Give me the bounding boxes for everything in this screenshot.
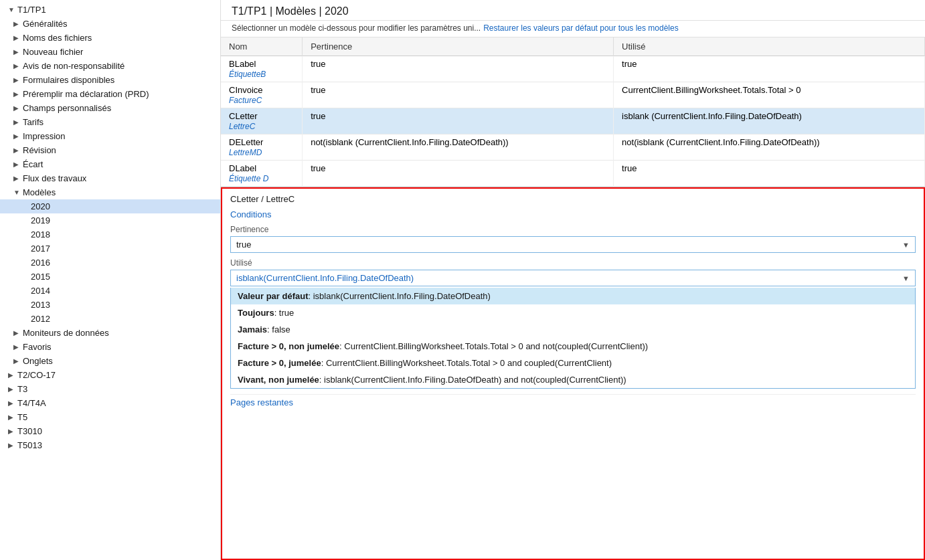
sidebar-label-16: 2017 — [31, 244, 50, 254]
sidebar-label-15: 2018 — [31, 229, 50, 240]
main-content: T1/TP1 | Modèles | 2020 Sélectionner un … — [221, 0, 925, 560]
cell-utilise-0: true — [614, 56, 925, 82]
sidebar-item-12[interactable]: ▼Modèles — [0, 185, 220, 199]
sidebar-item-28[interactable]: ▶T5 — [0, 410, 220, 424]
cell-utilise-4: true — [614, 161, 925, 187]
pertinence-value: true — [236, 240, 251, 250]
cell-pertinence-4: true — [303, 161, 614, 187]
sidebar-label-27: T4/T4A — [17, 398, 46, 408]
sidebar-arrow-28: ▶ — [8, 413, 15, 421]
sidebar-label-13: 2020 — [31, 201, 50, 211]
sidebar-item-24[interactable]: ▶Onglets — [0, 354, 220, 368]
sidebar-label-9: Révision — [23, 145, 56, 155]
cell-name-0: BLabelÉtiquetteB — [221, 56, 303, 82]
sidebar-label-22: Moniteurs de données — [23, 328, 109, 338]
sidebar-root[interactable]: ▼ T1/TP1 — [0, 3, 220, 17]
sidebar-label-3: Avis de non-responsabilité — [23, 61, 124, 71]
dropdown-option-0[interactable]: Valeur par défaut: isblank(CurrentClient… — [231, 288, 915, 304]
sidebar-item-23[interactable]: ▶Favoris — [0, 340, 220, 354]
sidebar-label-26: T3 — [17, 384, 27, 394]
table-row-2[interactable]: CLetterLettreCtrueisblank (CurrentClient… — [221, 108, 925, 134]
subtitle-bar: Sélectionner un modèle ci-dessous pour m… — [221, 21, 925, 37]
sidebar-item-27[interactable]: ▶T4/T4A — [0, 396, 220, 410]
pertinence-chevron-icon: ▼ — [902, 241, 910, 249]
sidebar-arrow-26: ▶ — [8, 385, 15, 393]
sidebar-item-1[interactable]: ▶Noms des fichiers — [0, 31, 220, 45]
dropdown-option-4[interactable]: Facture > 0, jumelée: CurrentClient.Bill… — [231, 355, 915, 371]
restore-defaults-link[interactable]: Restaurer les valeurs par défaut pour to… — [483, 23, 679, 33]
table-row-1[interactable]: CInvoiceFactureCtrueCurrentClient.Billin… — [221, 82, 925, 108]
pertinence-dropdown[interactable]: true ▼ — [230, 236, 916, 253]
col-pertinence: Pertinence — [303, 37, 614, 56]
sidebar-item-5[interactable]: ▶Préremplir ma déclaration (PRD) — [0, 87, 220, 101]
sidebar-item-2[interactable]: ▶Nouveau fichier — [0, 45, 220, 59]
sidebar-item-30[interactable]: ▶T5013 — [0, 438, 220, 452]
dropdown-option-5[interactable]: Vivant, non jumelée: isblank(CurrentClie… — [231, 371, 915, 388]
sidebar-item-16[interactable]: 2017 — [0, 242, 220, 256]
sidebar-arrow-24: ▶ — [13, 357, 20, 365]
sidebar-item-11[interactable]: ▶Flux des travaux — [0, 171, 220, 185]
sidebar-item-25[interactable]: ▶T2/CO-17 — [0, 368, 220, 382]
sidebar-item-13[interactable]: 2020 — [0, 199, 220, 213]
cell-name-2: CLetterLettreC — [221, 108, 303, 134]
detail-title: CLetter / LettreC — [230, 194, 916, 204]
sidebar-arrow-25: ▶ — [8, 371, 15, 379]
sidebar-arrow-30: ▶ — [8, 442, 15, 449]
sidebar-item-21[interactable]: 2012 — [0, 312, 220, 326]
table-row-4[interactable]: DLabelÉtiquette Dtruetrue — [221, 161, 925, 187]
sidebar-item-17[interactable]: 2016 — [0, 256, 220, 270]
cell-name-3: DELetterLettreMD — [221, 134, 303, 161]
sidebar-label-4: Formulaires disponibles — [23, 75, 114, 85]
sidebar-arrow-27: ▶ — [8, 399, 15, 407]
sidebar-item-8[interactable]: ▶Impression — [0, 129, 220, 143]
sidebar-item-18[interactable]: 2015 — [0, 270, 220, 284]
utilise-dropdown[interactable]: isblank(CurrentClient.Info.Filing.DateOf… — [230, 270, 916, 286]
sidebar-label-28: T5 — [17, 412, 27, 422]
sidebar-label-2: Nouveau fichier — [23, 47, 83, 57]
sidebar-label-19: 2014 — [31, 286, 50, 296]
detail-panel: CLetter / LettreC Conditions Pertinence … — [221, 187, 925, 560]
sidebar-item-0[interactable]: ▶Généralités — [0, 17, 220, 31]
sidebar-label-25: T2/CO-17 — [17, 370, 56, 380]
sidebar-label-10: Écart — [23, 159, 43, 169]
sidebar-item-29[interactable]: ▶T3010 — [0, 424, 220, 438]
sidebar-item-3[interactable]: ▶Avis de non-responsabilité — [0, 59, 220, 73]
sidebar-item-4[interactable]: ▶Formulaires disponibles — [0, 73, 220, 87]
sidebar-item-6[interactable]: ▶Champs personnalisés — [0, 101, 220, 115]
pages-remaining-link[interactable]: Pages restantes — [230, 394, 916, 407]
cell-pertinence-1: true — [303, 82, 614, 108]
sidebar-label-1: Noms des fichiers — [23, 33, 92, 43]
cell-pertinence-0: true — [303, 56, 614, 82]
dropdown-option-2[interactable]: Jamais: false — [231, 321, 915, 338]
sidebar-item-22[interactable]: ▶Moniteurs de données — [0, 326, 220, 340]
dropdown-option-3[interactable]: Facture > 0, non jumelée: CurrentClient.… — [231, 338, 915, 355]
conditions-section-label: Conditions — [230, 209, 916, 219]
table-row-0[interactable]: BLabelÉtiquetteBtruetrue — [221, 56, 925, 82]
pertinence-label: Pertinence — [230, 225, 916, 234]
sidebar-item-9[interactable]: ▶Révision — [0, 143, 220, 157]
table-header-row: Nom Pertinence Utilisé — [221, 37, 925, 56]
sidebar-label-0: Généralités — [23, 19, 67, 29]
sidebar-label-8: Impression — [23, 131, 66, 141]
sidebar-label-20: 2013 — [31, 300, 50, 310]
table-row-3[interactable]: DELetterLettreMDnot(isblank (CurrentClie… — [221, 134, 925, 161]
sidebar-label-18: 2015 — [31, 272, 50, 282]
sidebar-item-14[interactable]: 2019 — [0, 213, 220, 227]
sidebar-arrow-23: ▶ — [13, 343, 20, 351]
page-title: T1/TP1 | Modèles | 2020 — [221, 0, 925, 21]
cell-name-4: DLabelÉtiquette D — [221, 161, 303, 187]
sidebar-item-20[interactable]: 2013 — [0, 298, 220, 312]
dropdown-option-1[interactable]: Toujours: true — [231, 304, 915, 321]
sidebar-item-26[interactable]: ▶T3 — [0, 382, 220, 396]
sidebar-item-15[interactable]: 2018 — [0, 227, 220, 242]
sidebar-item-19[interactable]: 2014 — [0, 284, 220, 298]
cell-utilise-2: isblank (CurrentClient.Info.Filing.DateO… — [614, 108, 925, 134]
sidebar-label-14: 2019 — [31, 215, 50, 225]
sidebar-arrow-3: ▶ — [13, 62, 20, 70]
sidebar-item-10[interactable]: ▶Écart — [0, 157, 220, 171]
sidebar-label-17: 2016 — [31, 258, 50, 268]
table-body: BLabelÉtiquetteBtruetrueCInvoiceFactureC… — [221, 56, 925, 187]
sidebar-arrow-29: ▶ — [8, 428, 15, 435]
subtitle-static: Sélectionner un modèle ci-dessous pour m… — [232, 23, 481, 33]
sidebar-item-7[interactable]: ▶Tarifs — [0, 115, 220, 129]
